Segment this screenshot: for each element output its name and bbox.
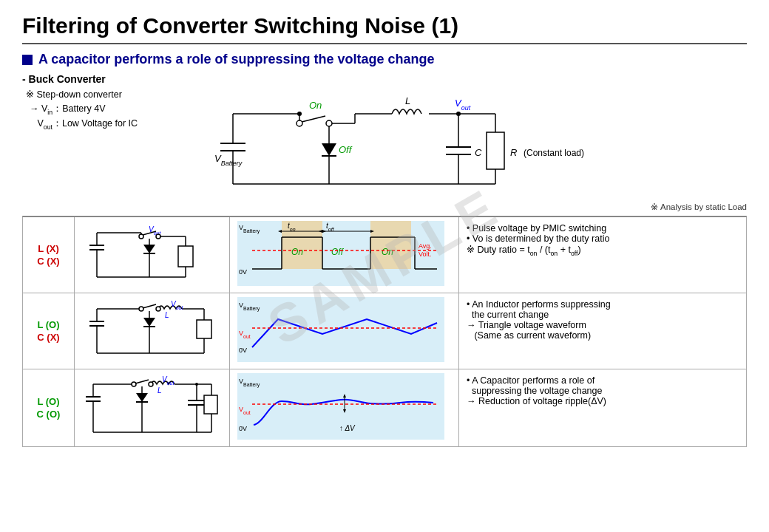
svg-marker-127 — [136, 393, 148, 402]
table-row: L (O) C (O) L Vout — [23, 369, 746, 446]
svg-text:Volt.: Volt. — [419, 250, 432, 258]
left-text-section: - Buck Converter ※ Step-down converter →… — [22, 73, 170, 199]
svg-rect-57 — [178, 246, 193, 267]
buck-circuit-diagram: VBattery — [177, 73, 747, 199]
subtitle-bullet — [22, 55, 33, 65]
svg-text:Vout: Vout — [162, 375, 175, 386]
svg-text:L: L — [405, 95, 410, 106]
row2-description: • An Inductor performs suppressing the c… — [459, 293, 746, 369]
table-row: L (X) C (X) Vout — [23, 217, 746, 293]
row3-description: • A Capacitor performs a role of suppres… — [459, 369, 746, 446]
svg-marker-22 — [322, 143, 336, 156]
row3-circuit: L Vout — [75, 369, 230, 446]
svg-text:Off: Off — [331, 247, 345, 257]
buck-converter-title: - Buck Converter — [22, 73, 170, 85]
svg-point-125 — [149, 382, 153, 386]
svg-text:0V: 0V — [239, 268, 247, 276]
step-down-note: ※ Step-down converter — [26, 89, 170, 100]
subtitle: A capacitor performs a role of suppressi… — [22, 52, 747, 67]
svg-line-124 — [135, 380, 149, 383]
svg-text:C: C — [475, 147, 482, 158]
svg-text:↑ ΔV: ↑ ΔV — [339, 424, 356, 432]
svg-line-11 — [302, 116, 325, 122]
row1-description: • Pulse voltage by PMIC switching • Vo i… — [459, 217, 746, 293]
row2-waveform: VBattery Vout 0V — [230, 293, 459, 369]
svg-text:Off: Off — [339, 144, 353, 155]
table-row: L (O) C (X) L Vout — [23, 293, 746, 369]
svg-text:R: R — [510, 147, 517, 158]
svg-text:Vout: Vout — [171, 300, 183, 310]
vin-line: → Vin：Battery 4V — [30, 103, 170, 116]
svg-point-99 — [156, 307, 160, 311]
svg-rect-62 — [370, 221, 411, 269]
svg-text:VBattery: VBattery — [214, 153, 243, 167]
svg-marker-52 — [143, 245, 155, 253]
row1-waveform: VBattery 0V ton toff — [230, 217, 459, 293]
svg-point-10 — [297, 120, 302, 126]
page-title: Filtering of Converter Switching Noise (… — [22, 13, 747, 38]
row1-label: L (X) C (X) — [23, 217, 75, 293]
svg-rect-138 — [204, 395, 217, 414]
row1-circuit: Vout — [75, 217, 230, 293]
row3-label: L (O) C (O) — [23, 369, 75, 446]
svg-text:On: On — [291, 247, 303, 257]
svg-line-98 — [143, 304, 156, 308]
vout-line: Vout：Low Voltage for IC — [30, 117, 170, 131]
row3-waveform: VBattery Vout 0V ↑ ΔV — [230, 369, 459, 446]
svg-point-123 — [132, 382, 136, 386]
svg-text:On: On — [309, 100, 322, 111]
svg-text:0V: 0V — [239, 347, 247, 354]
comparison-table: L (X) C (X) Vout — [22, 216, 747, 447]
svg-text:Vout: Vout — [149, 225, 161, 236]
analysis-note: ※ Analysis by static Load — [22, 202, 747, 212]
svg-marker-101 — [143, 318, 155, 327]
svg-point-50 — [156, 234, 160, 239]
row2-label: L (O) C (X) — [23, 293, 75, 369]
svg-text:Avg.: Avg. — [419, 242, 432, 250]
svg-rect-35 — [487, 132, 504, 169]
svg-point-97 — [139, 307, 143, 311]
svg-text:L: L — [157, 386, 162, 395]
svg-rect-106 — [197, 320, 211, 338]
title-divider — [22, 43, 747, 44]
svg-text:Vout: Vout — [455, 98, 471, 112]
svg-text:On: On — [382, 247, 393, 257]
row2-circuit: L Vout — [75, 293, 230, 369]
svg-text:(Constant load): (Constant load) — [524, 148, 584, 158]
svg-point-12 — [326, 120, 332, 126]
svg-text:0V: 0V — [239, 425, 247, 432]
svg-text:L: L — [165, 311, 169, 319]
